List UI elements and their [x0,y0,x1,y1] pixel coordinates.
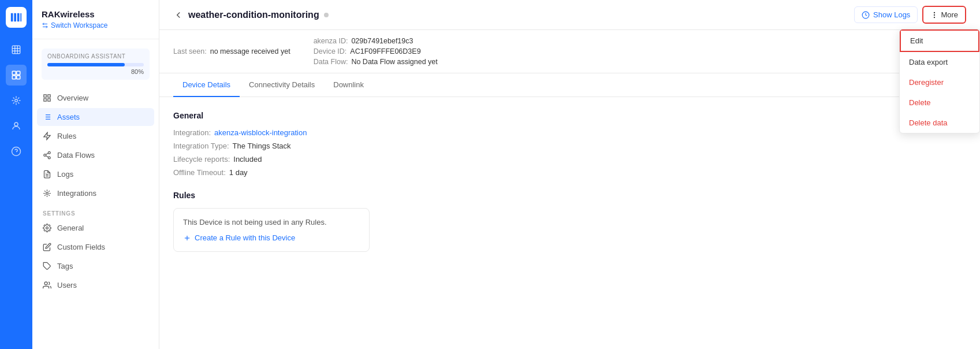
device-id-value: AC1F09FFFE06D3E9 [350,47,420,55]
tab-downlink[interactable]: Downlink [324,73,373,97]
last-seen-value: no message received yet [210,47,290,55]
svg-rect-0 [11,13,13,22]
sidebar-item-tags[interactable]: Tags [37,257,154,275]
more-label: More [941,10,958,19]
sidebar-item-label: Rules [57,132,76,140]
logo-icon [10,11,23,24]
nav-icon-assets[interactable] [6,65,27,86]
sidebar-item-dataflows[interactable]: Data Flows [37,146,154,164]
show-logs-label: Show Logs [873,10,910,19]
main-header: weather-condition-monitoring Show Logs M… [159,0,980,30]
svg-rect-4 [12,46,20,54]
back-arrow-icon [173,10,184,20]
sidebar-item-overview[interactable]: Overview [37,89,154,107]
dropdown-delete-data[interactable]: Delete data [900,113,979,133]
svg-line-31 [46,155,48,157]
svg-rect-19 [48,99,50,101]
dataflows-icon [43,151,51,159]
back-button[interactable] [173,10,184,20]
svg-rect-20 [44,99,46,101]
custom-fields-icon [43,243,51,251]
show-logs-button[interactable]: Show Logs [854,6,918,23]
svg-rect-17 [44,95,46,97]
svg-rect-11 [12,76,16,79]
header-left: weather-condition-monitoring [173,10,329,20]
data-flow-row: Data Flow: No Data Flow assigned yet [314,58,438,66]
integration-label: Integration: [173,128,211,137]
nav-icon-rules[interactable] [6,90,27,111]
tab-connectivity-details[interactable]: Connectivity Details [240,73,324,97]
nav-icon-building[interactable] [6,39,27,60]
svg-rect-1 [14,13,16,22]
tabs-bar: Device Details Connectivity Details Down… [159,73,980,97]
svg-rect-12 [17,76,20,79]
workspace-section: RAKwireless Switch Workspace [32,9,159,39]
sidebar: RAKwireless Switch Workspace ONBOARDING … [32,0,159,349]
svg-point-13 [15,99,18,102]
offline-timeout-label: Offline Timeout: [173,168,226,177]
sidebar-item-logs[interactable]: Logs [37,165,154,183]
svg-point-38 [44,282,47,285]
akenza-id-label: akenza ID: [314,37,348,45]
integration-row: Integration: akenza-wisblock-integration [173,128,966,137]
sidebar-item-integrations[interactable]: Integrations [37,184,154,202]
dropdown-edit[interactable]: Edit [900,29,979,52]
device-id-row: Device ID: AC1F09FFFE06D3E9 [314,47,438,55]
sidebar-item-custom-fields[interactable]: Custom Fields [37,238,154,256]
plus-icon [183,234,191,242]
dropdown-data-export[interactable]: Data export [900,52,979,72]
rules-icon [43,132,51,140]
svg-rect-3 [20,13,21,22]
svg-rect-2 [17,13,20,22]
create-rule-button[interactable]: Create a Rule with this Device [183,233,360,242]
switch-workspace-label: Switch Workspace [51,21,107,29]
svg-point-29 [44,154,46,157]
sidebar-item-label: Data Flows [57,151,95,159]
integrations-icon [43,189,51,198]
akenza-id-row: akenza ID: 029b7491ebef19c3 [314,37,438,45]
sidebar-item-label: Assets [57,113,80,121]
nav-icon-help[interactable] [6,141,27,162]
create-rule-label: Create a Rule with this Device [195,233,295,242]
logs-icon [43,170,51,179]
svg-point-14 [14,122,18,126]
sidebar-item-label: Tags [57,262,73,270]
progress-fill [47,63,125,66]
dropdown-deregister[interactable]: Deregister [900,72,979,92]
sidebar-item-label: Users [57,281,77,289]
tags-icon [43,262,51,270]
device-id-label: Device ID: [314,47,347,55]
offline-timeout-row: Offline Timeout: 1 day [173,168,966,177]
onboarding-label: ONBOARDING ASSISTANT [47,53,144,60]
sidebar-item-label: Integrations [57,189,96,198]
offline-timeout-value: 1 day [229,168,248,177]
integration-type-row: Integration Type: The Things Stack [173,142,966,150]
logs-btn-icon [862,11,870,19]
more-dots-icon [930,11,938,19]
workspace-name: RAKwireless [42,9,150,19]
akenza-id-value: 029b7491ebef19c3 [351,37,413,45]
switch-workspace-button[interactable]: Switch Workspace [42,21,150,29]
header-right: Show Logs More [854,6,966,24]
nav-icon-person[interactable] [6,116,27,136]
tab-device-details[interactable]: Device Details [173,73,240,97]
general-icon [43,224,51,232]
last-seen-row: Last seen: no message received yet [173,37,290,66]
sidebar-item-users[interactable]: Users [37,276,154,294]
sidebar-item-label: General [57,224,84,232]
sidebar-item-rules[interactable]: Rules [37,127,154,145]
rules-empty-box: This Device is not being used in any Rul… [173,208,370,252]
svg-point-40 [934,12,935,13]
svg-line-32 [46,153,48,154]
assets-icon [43,113,51,121]
content-area: General Integration: akenza-wisblock-int… [159,97,980,349]
dropdown-delete[interactable]: Delete [900,92,979,113]
dropdown-menu: Edit Data export Deregister Delete Delet… [899,29,980,133]
rules-section-title: Rules [173,191,966,200]
rules-empty-text: This Device is not being used in any Rul… [183,218,360,227]
lifecycle-label: Lifecycle reports: [173,155,230,164]
onboarding-box: ONBOARDING ASSISTANT 80% [42,49,150,80]
more-button[interactable]: More [922,6,966,24]
sidebar-item-assets[interactable]: Assets [37,108,154,126]
sidebar-item-general[interactable]: General [37,219,154,237]
